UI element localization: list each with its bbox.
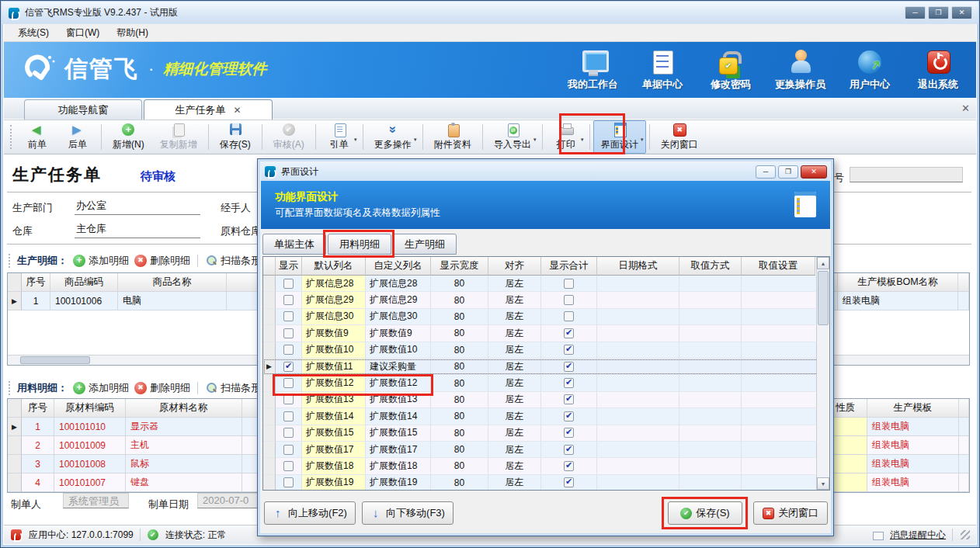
- col-default-name[interactable]: 默认列名: [302, 257, 366, 276]
- tab-function-nav[interactable]: 功能导航窗: [24, 99, 142, 120]
- show-checkbox[interactable]: [283, 411, 294, 421]
- banner-action[interactable]: 用户中心: [846, 50, 894, 92]
- menu-item[interactable]: 窗口(W): [58, 24, 107, 42]
- toolbar-button[interactable]: 后单 ▼: [57, 120, 98, 154]
- toolbar-button[interactable]: 保存(S) ▼: [212, 120, 259, 154]
- config-row[interactable]: ▶ 扩展数值19 扩展数值19 80 居左: [263, 475, 829, 491]
- save-button[interactable]: 保存(S): [668, 501, 742, 525]
- config-row[interactable]: ▶ 扩展数值13 扩展数值13 80 居左: [263, 392, 829, 408]
- toolbar-button[interactable]: 打印 ▼: [546, 120, 586, 154]
- toolbar-button[interactable]: 引单 ▼: [319, 120, 360, 154]
- dropdown-arrow-icon[interactable]: ▼: [353, 137, 358, 142]
- custom-name-cell[interactable]: 扩展数值13: [366, 392, 431, 408]
- value-mode-cell[interactable]: [679, 292, 742, 308]
- col-seq[interactable]: 序号: [22, 273, 50, 292]
- width-cell[interactable]: 80: [431, 359, 488, 375]
- value-mode-cell[interactable]: [679, 325, 742, 342]
- show-checkbox[interactable]: [283, 311, 294, 321]
- col-width[interactable]: 显示宽度: [431, 257, 488, 276]
- date-format-cell[interactable]: [597, 425, 679, 442]
- scrollbar-thumb[interactable]: [20, 356, 90, 364]
- date-format-cell[interactable]: [597, 392, 679, 408]
- config-row[interactable]: ▶ 扩展数值18 扩展数值18 80 居左: [263, 458, 829, 474]
- value-setting-cell[interactable]: [742, 309, 815, 325]
- align-cell[interactable]: 居左: [488, 475, 541, 491]
- col-bom[interactable]: 生产模板BOM名称: [838, 273, 958, 292]
- banner-action[interactable]: 退出系统: [914, 50, 962, 92]
- value-setting-cell[interactable]: [742, 408, 815, 425]
- toolbar-button[interactable]: 审核(A) ▼: [266, 120, 312, 154]
- width-cell[interactable]: 80: [431, 292, 488, 308]
- toolbar-button[interactable]: 导入导出 ▼: [486, 120, 539, 154]
- align-cell[interactable]: 居左: [488, 292, 541, 308]
- dropdown-arrow-icon[interactable]: ▼: [640, 137, 645, 142]
- col-show[interactable]: 显示: [276, 257, 302, 276]
- dropdown-arrow-icon[interactable]: ▼: [533, 137, 537, 142]
- date-format-cell[interactable]: [597, 458, 679, 474]
- sum-checkbox[interactable]: [564, 311, 574, 321]
- dept-field[interactable]: 办公室: [75, 199, 200, 215]
- show-checkbox[interactable]: [283, 279, 294, 289]
- align-cell[interactable]: 居左: [488, 325, 541, 342]
- sum-checkbox[interactable]: [564, 362, 574, 372]
- dialog-close-button[interactable]: ✕: [801, 165, 827, 179]
- dialog-tab-material-detail[interactable]: 用料明细: [328, 234, 391, 255]
- section-action-button[interactable]: 添加明细: [73, 381, 129, 395]
- align-cell[interactable]: 居左: [488, 425, 541, 442]
- date-format-cell[interactable]: [597, 325, 679, 342]
- col-align[interactable]: 对齐: [488, 257, 541, 276]
- sum-checkbox[interactable]: [564, 461, 574, 471]
- align-cell[interactable]: 居左: [488, 276, 541, 292]
- col-seq[interactable]: 序号: [22, 399, 54, 418]
- show-checkbox[interactable]: [283, 445, 294, 455]
- value-setting-cell[interactable]: [742, 375, 815, 391]
- sum-checkbox[interactable]: [564, 295, 574, 305]
- dialog-tab-production-detail[interactable]: 生产明细: [393, 234, 457, 255]
- maximize-button[interactable]: ❐: [928, 6, 949, 19]
- custom-name-cell[interactable]: 扩展数值18: [366, 458, 431, 474]
- sum-checkbox[interactable]: [564, 428, 574, 438]
- value-mode-cell[interactable]: [679, 458, 742, 474]
- value-setting-cell[interactable]: [742, 425, 815, 442]
- toolbar-button[interactable]: 附件资料 ▼: [426, 120, 479, 154]
- col-template[interactable]: 生产模板: [867, 399, 959, 418]
- minimize-button[interactable]: ─: [905, 6, 926, 19]
- banner-action[interactable]: 更换操作员: [775, 50, 825, 92]
- scroll-down-icon[interactable]: ▼: [817, 477, 829, 490]
- menu-item[interactable]: 帮助(H): [109, 24, 156, 42]
- date-format-cell[interactable]: [597, 309, 679, 325]
- align-cell[interactable]: 居左: [488, 375, 541, 391]
- toolbar-button[interactable]: 前单 ▼: [17, 120, 57, 154]
- sum-checkbox[interactable]: [564, 394, 574, 404]
- custom-name-cell[interactable]: 扩展数值17: [366, 442, 431, 458]
- col-date-format[interactable]: 日期格式: [597, 257, 679, 276]
- value-mode-cell[interactable]: [679, 392, 742, 408]
- tab-production-task[interactable]: 生产任务单 ✕: [144, 99, 273, 120]
- custom-name-cell[interactable]: 扩展数值9: [366, 325, 431, 342]
- vertical-scrollbar[interactable]: ▲ ▼: [816, 257, 829, 490]
- value-mode-cell[interactable]: [679, 276, 742, 292]
- warehouse-field[interactable]: 主仓库: [75, 222, 200, 238]
- col-value-mode[interactable]: 取值方式: [679, 257, 742, 276]
- sum-checkbox[interactable]: [564, 328, 574, 338]
- sum-checkbox[interactable]: [564, 411, 574, 421]
- width-cell[interactable]: 80: [431, 458, 488, 474]
- date-format-cell[interactable]: [597, 342, 679, 359]
- custom-name-cell[interactable]: 扩展信息28: [366, 276, 431, 292]
- toolbar-button[interactable]: 界面设计 ▼: [593, 120, 646, 154]
- banner-action[interactable]: 修改密码: [707, 50, 755, 92]
- date-format-cell[interactable]: [597, 375, 679, 391]
- value-setting-cell[interactable]: [742, 342, 815, 359]
- dialog-minimize-button[interactable]: ─: [756, 165, 776, 179]
- config-row[interactable]: ▶ 扩展信息29 扩展信息29 80 居左: [263, 292, 829, 308]
- custom-name-cell[interactable]: 扩展信息29: [366, 292, 431, 308]
- value-mode-cell[interactable]: [679, 342, 742, 359]
- value-setting-cell[interactable]: [742, 359, 815, 375]
- width-cell[interactable]: 80: [431, 475, 488, 491]
- value-setting-cell[interactable]: [742, 475, 815, 491]
- value-setting-cell[interactable]: [742, 325, 815, 342]
- width-cell[interactable]: 80: [431, 408, 488, 425]
- value-mode-cell[interactable]: [679, 408, 742, 425]
- section-action-button[interactable]: 添加明细: [73, 254, 129, 268]
- banner-action[interactable]: 单据中心: [638, 50, 686, 92]
